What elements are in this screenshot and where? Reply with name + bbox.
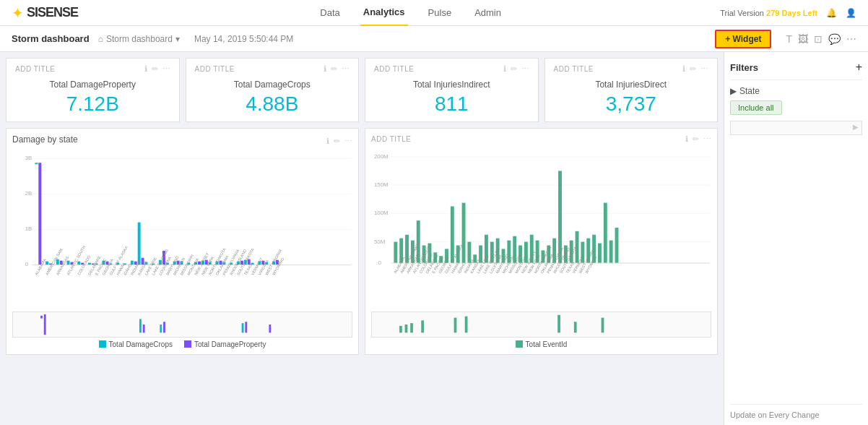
chart2-svg: 200M 150M 100M 50M 0 <box>371 147 711 309</box>
nav-analytics[interactable]: Analytics <box>360 0 408 26</box>
svg-text:0: 0 <box>25 261 29 267</box>
info-icon-3[interactable]: ℹ <box>682 64 685 74</box>
bell-icon[interactable]: 🔔 <box>826 8 837 18</box>
edit-icon-2[interactable]: ✏ <box>511 64 517 74</box>
svg-text:200M: 200M <box>374 153 389 160</box>
svg-rect-26 <box>131 261 134 265</box>
sidebar-title: Filters + <box>730 58 862 80</box>
svg-text:50M: 50M <box>374 239 385 245</box>
info-icon-c2[interactable]: ℹ <box>685 134 688 144</box>
svg-text:0: 0 <box>378 259 382 266</box>
svg-rect-94 <box>143 325 145 332</box>
trial-version-label: Trial Version 279 Days Left <box>720 9 817 17</box>
edit-icon-0[interactable]: ✏ <box>152 64 158 74</box>
dashboard-bar: Storm dashboard ⌂ Storm dashboard ▾ May … <box>0 26 868 52</box>
info-icon-0[interactable]: ℹ <box>144 64 147 74</box>
legend-item-eventid: Total EventId <box>516 340 568 348</box>
nav-data[interactable]: Data <box>317 0 342 26</box>
svg-text:2B: 2B <box>25 190 32 197</box>
kpi-add-title-1[interactable]: ADD TITLE <box>195 65 235 73</box>
chart-card-1: Damage by state ℹ ✏ ⋯ 3B 2B 1B 0 <box>6 128 359 355</box>
svg-rect-16 <box>77 262 80 265</box>
svg-rect-188 <box>557 315 560 333</box>
svg-rect-185 <box>421 320 424 332</box>
filter-state-label: State <box>739 86 760 96</box>
nav-admin[interactable]: Admin <box>472 0 504 26</box>
dashboard-area: ADD TITLE ℹ ✏ ⋯ Total DamageProperty 7.1… <box>0 52 724 425</box>
edit-icon-c1[interactable]: ✏ <box>334 137 340 146</box>
text-icon[interactable]: T <box>786 33 792 45</box>
comment-icon[interactable]: 💬 <box>828 33 841 45</box>
legend-dot-property <box>184 340 191 348</box>
more-icon-2[interactable]: ⋯ <box>521 64 529 74</box>
svg-rect-9 <box>38 163 41 265</box>
svg-rect-92 <box>44 314 46 335</box>
svg-text:150M: 150M <box>374 181 389 188</box>
filters-sidebar: Filters + ▶ State Include all ▶ Update o… <box>724 52 868 425</box>
kpi-label-3: Total InjuriesDirect <box>554 80 709 90</box>
share-icon[interactable]: ⊡ <box>814 33 823 45</box>
svg-rect-122 <box>462 203 466 263</box>
legend-dot-eventid <box>516 340 523 348</box>
days-left: 279 Days Left <box>766 9 817 17</box>
chart1-area: 3B 2B 1B 0 <box>12 150 352 309</box>
svg-rect-97 <box>242 323 244 332</box>
kpi-card-2: ADD TITLE ℹ ✏ ⋯ Total InjuriesIndirect 8… <box>365 58 539 122</box>
info-icon-2[interactable]: ℹ <box>503 64 506 74</box>
nav-links: Data Analytics Pulse Admin <box>101 0 720 26</box>
svg-rect-28 <box>138 223 141 265</box>
edit-icon-1[interactable]: ✏ <box>331 64 337 74</box>
chart1-title: Damage by state <box>12 134 78 145</box>
logo-text: SISENSE <box>27 5 78 20</box>
image-icon[interactable]: 🖼 <box>798 33 808 45</box>
user-icon[interactable]: 👤 <box>846 8 856 18</box>
svg-rect-146 <box>598 244 602 263</box>
svg-text:100M: 100M <box>374 210 389 216</box>
svg-rect-182 <box>399 326 402 332</box>
include-all-button[interactable]: Include all <box>730 100 782 115</box>
chart1-mini[interactable] <box>12 312 352 338</box>
kpi-add-title-2[interactable]: ADD TITLE <box>374 65 414 73</box>
update-label: Update on Every Change <box>730 411 820 419</box>
kpi-add-title-3[interactable]: ADD TITLE <box>554 65 594 73</box>
chart2-mini[interactable] <box>371 312 711 338</box>
more-icon-1[interactable]: ⋯ <box>342 64 350 74</box>
logo: ✦ SISENSE <box>12 4 78 22</box>
filter-state-bar: ▶ <box>730 121 862 135</box>
svg-rect-187 <box>465 317 468 333</box>
breadcrumb-label[interactable]: Storm dashboard <box>106 34 173 44</box>
edit-icon-c2[interactable]: ✏ <box>693 134 699 144</box>
svg-rect-186 <box>454 317 457 332</box>
more-icon[interactable]: ⋯ <box>846 33 856 45</box>
info-icon-c1[interactable]: ℹ <box>326 137 329 146</box>
svg-rect-148 <box>609 241 613 263</box>
kpi-label-2: Total InjuriesIndirect <box>374 80 529 90</box>
add-widget-button[interactable]: + Widget <box>715 30 771 48</box>
svg-text:ATLANTIC SOUTH: ATLANTIC SOUTH <box>66 245 86 276</box>
svg-rect-8 <box>35 163 38 164</box>
kpi-add-title-0[interactable]: ADD TITLE <box>15 65 55 73</box>
chart2-add-title[interactable]: ADD TITLE <box>371 135 411 143</box>
more-icon-3[interactable]: ⋯ <box>700 64 708 74</box>
svg-rect-183 <box>405 325 408 332</box>
add-filter-button[interactable]: + <box>856 61 862 74</box>
kpi-value-2: 811 <box>374 93 529 116</box>
info-icon-1[interactable]: ℹ <box>324 64 326 74</box>
svg-rect-98 <box>245 322 247 332</box>
kpi-label-1: Total DamageCrops <box>195 80 350 90</box>
edit-icon-3[interactable]: ✏ <box>690 64 696 74</box>
kpi-value-3: 3,737 <box>554 93 709 116</box>
chart2-legend: Total EventId <box>371 340 711 348</box>
more-icon-c2[interactable]: ⋯ <box>703 134 711 144</box>
more-icon-0[interactable]: ⋯ <box>162 64 170 74</box>
svg-rect-189 <box>574 322 577 332</box>
legend-dot-crops <box>99 340 106 348</box>
top-nav: ✦ SISENSE Data Analytics Pulse Admin Tri… <box>0 0 868 26</box>
svg-rect-147 <box>604 203 607 263</box>
chart-row: Damage by state ℹ ✏ ⋯ 3B 2B 1B 0 <box>6 128 718 355</box>
nav-pulse[interactable]: Pulse <box>425 0 455 26</box>
kpi-card-3: ADD TITLE ℹ ✏ ⋯ Total InjuriesDirect 3,7… <box>544 58 719 122</box>
filter-state-header[interactable]: ▶ State <box>730 86 862 96</box>
more-icon-c1[interactable]: ⋯ <box>344 137 352 146</box>
legend-item-property: Total DamageProperty <box>184 340 266 348</box>
